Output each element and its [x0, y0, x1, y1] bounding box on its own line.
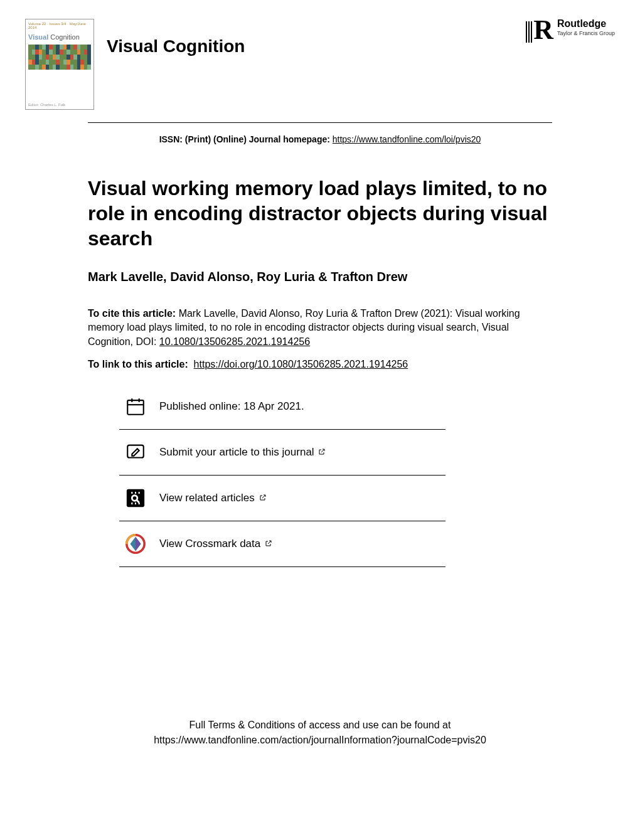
article-title: Visual working memory load plays limited… [88, 176, 552, 251]
cover-meta: Volume 22 · Issues 3/4 · May/June 2014 [28, 22, 91, 29]
link-label: To link to this article: [88, 359, 188, 369]
publisher-name: Routledge [557, 19, 615, 29]
article-doi-link[interactable]: https://doi.org/10.1080/13506285.2021.19… [194, 359, 408, 369]
cover-editor: Editor: Charles L. Folk [28, 103, 65, 107]
routledge-r-icon: R [533, 19, 553, 41]
calendar-icon [124, 395, 147, 418]
submit-pen-icon [124, 441, 147, 464]
action-published-text: Published online: 18 Apr 2021. [159, 400, 304, 413]
action-published: Published online: 18 Apr 2021. [119, 395, 445, 430]
issn-prefix: ISSN: (Print) (Online) Journal homepage: [159, 134, 333, 144]
cover-title-part2: Cognition [50, 33, 79, 41]
header-divider [88, 122, 552, 123]
action-submit-label: Submit your article to this journal [159, 446, 314, 458]
cover-title: Visual Cognition [28, 33, 91, 41]
action-crossmark-text: View Crossmark data [159, 538, 272, 551]
journal-name: Visual Cognition [107, 36, 245, 56]
action-related[interactable]: View related articles [119, 476, 445, 521]
cover-title-part1: Visual [28, 33, 48, 41]
external-link-icon [265, 538, 272, 550]
actions-list: Published online: 18 Apr 2021. Submit yo… [119, 395, 445, 567]
publisher-logo: R Routledge Taylor & Francis Group [533, 19, 615, 41]
citation-doi-link[interactable]: 10.1080/13506285.2021.1914256 [159, 336, 310, 347]
journal-cover-thumbnail: Volume 22 · Issues 3/4 · May/June 2014 V… [25, 19, 94, 110]
journal-homepage-link[interactable]: https://www.tandfonline.com/loi/pvis20 [333, 134, 481, 144]
footer-line1: Full Terms & Conditions of access and us… [25, 718, 615, 733]
publisher-sub: Taylor & Francis Group [557, 30, 615, 36]
action-crossmark-label: View Crossmark data [159, 538, 260, 550]
link-line: To link to this article: https://doi.org… [88, 359, 552, 370]
action-submit-text: Submit your article to this journal [159, 446, 326, 459]
citation-block: To cite this article: Mark Lavelle, Davi… [88, 307, 552, 349]
related-search-icon [124, 487, 147, 509]
footer: Full Terms & Conditions of access and us… [25, 718, 615, 748]
footer-terms-link[interactable]: https://www.tandfonline.com/action/journ… [154, 735, 486, 745]
header-left: Volume 22 · Issues 3/4 · May/June 2014 V… [25, 19, 245, 110]
citation-label: To cite this article: [88, 308, 176, 319]
action-related-text: View related articles [159, 492, 267, 505]
issn-line: ISSN: (Print) (Online) Journal homepage:… [25, 134, 615, 144]
action-crossmark[interactable]: View Crossmark data [119, 521, 445, 567]
action-related-label: View related articles [159, 492, 255, 504]
svg-rect-0 [127, 400, 144, 415]
action-submit[interactable]: Submit your article to this journal [119, 430, 445, 476]
header: Volume 22 · Issues 3/4 · May/June 2014 V… [25, 19, 615, 110]
cover-mosaic-art [28, 45, 91, 70]
article-authors: Mark Lavelle, David Alonso, Roy Luria & … [88, 270, 552, 284]
external-link-icon [259, 492, 267, 504]
svg-rect-11 [127, 489, 144, 507]
external-link-icon [318, 446, 326, 459]
publisher-text-block: Routledge Taylor & Francis Group [557, 19, 615, 36]
crossmark-icon [124, 533, 147, 555]
